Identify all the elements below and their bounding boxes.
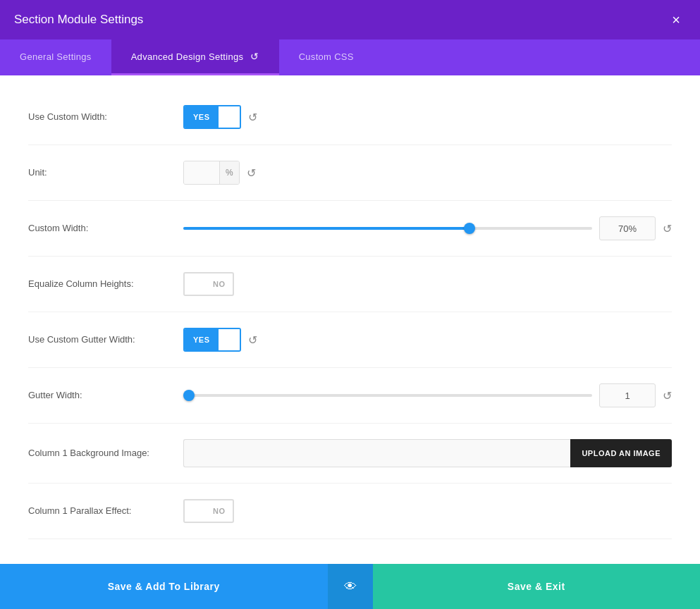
label-equalize-column-heights: Equalize Column Heights:: [28, 278, 183, 290]
toggle-no-box: [185, 273, 206, 295]
setting-column1-parallax: Column 1 Parallax Effect: NO: [28, 484, 672, 539]
tab-css[interactable]: Custom CSS: [279, 39, 374, 75]
custom-width-value[interactable]: [599, 216, 656, 240]
label-column1-parallax: Column 1 Parallax Effect:: [28, 505, 183, 517]
reset-custom-width[interactable]: ↺: [663, 222, 672, 235]
upload-image-button[interactable]: UPLOAD AN IMAGE: [570, 439, 672, 467]
slider-custom-width-thumb[interactable]: [464, 223, 475, 234]
control-custom-width: ↺: [183, 216, 672, 240]
reset-gutter-width[interactable]: ↺: [663, 389, 672, 402]
gutter-width-value[interactable]: [599, 383, 656, 407]
unit-field: %: [183, 161, 240, 185]
toggle-no-label: NO: [206, 273, 233, 295]
control-column1-parallax: NO: [183, 499, 672, 523]
slider-custom-width-track[interactable]: [183, 227, 592, 230]
toggle-gutter-yes-box: [219, 329, 240, 350]
save-add-to-library-button[interactable]: Save & Add To Library: [0, 564, 328, 609]
control-gutter-width: ↺: [183, 383, 672, 407]
control-unit: % ↺: [183, 161, 672, 185]
tab-advanced-label: Advanced Design Settings: [131, 51, 244, 62]
control-use-custom-width: YES ↺: [183, 105, 672, 129]
close-button[interactable]: ×: [666, 10, 686, 30]
setting-use-custom-gutter-width: Use Custom Gutter Width: YES ↺: [28, 312, 672, 368]
slider-gutter-width-wrap: [183, 394, 592, 397]
image-path-input[interactable]: [183, 439, 570, 467]
label-use-custom-width: Use Custom Width:: [28, 111, 183, 123]
slider-custom-width-fill: [183, 227, 469, 230]
footer: Save & Add To Library 👁 Save & Exit: [0, 564, 700, 609]
reset-use-custom-gutter[interactable]: ↺: [248, 333, 257, 347]
label-unit: Unit:: [28, 166, 183, 179]
setting-gutter-width: Gutter Width: ↺: [28, 368, 672, 424]
save-exit-button[interactable]: Save & Exit: [373, 564, 701, 609]
reset-use-custom-width[interactable]: ↺: [248, 111, 257, 124]
eye-icon: 👁: [344, 579, 357, 594]
setting-column1-bg-image: Column 1 Background Image: UPLOAD AN IMA…: [28, 424, 672, 484]
tab-advanced-reset-icon[interactable]: ↺: [250, 51, 259, 62]
modal: Section Module Settings × General Settin…: [0, 0, 700, 609]
control-column1-bg-image: UPLOAD AN IMAGE: [183, 439, 672, 467]
unit-symbol: %: [219, 161, 239, 184]
tab-general-label: General Settings: [20, 51, 92, 62]
toggle-yes-label: YES: [185, 106, 219, 128]
toggle-use-custom-gutter[interactable]: YES: [183, 328, 241, 352]
label-use-custom-gutter-width: Use Custom Gutter Width:: [28, 333, 183, 346]
tab-bar: General Settings Advanced Design Setting…: [0, 39, 700, 75]
modal-title: Section Module Settings: [14, 13, 143, 27]
toggle-equalize[interactable]: NO: [183, 272, 234, 296]
toggle-parallax[interactable]: NO: [183, 499, 234, 523]
slider-gutter-width-track[interactable]: [183, 394, 592, 397]
image-input-wrap: UPLOAD AN IMAGE: [183, 439, 672, 467]
slider-custom-width-wrap: [183, 227, 592, 230]
preview-button[interactable]: 👁: [328, 564, 373, 609]
label-custom-width: Custom Width:: [28, 222, 183, 235]
unit-input[interactable]: [184, 161, 219, 184]
label-gutter-width: Gutter Width:: [28, 389, 183, 402]
toggle-use-custom-width[interactable]: YES: [183, 105, 241, 129]
toggle-gutter-yes-label: YES: [185, 329, 219, 350]
tab-css-label: Custom CSS: [299, 51, 354, 62]
toggle-parallax-label: NO: [206, 500, 233, 522]
reset-unit[interactable]: ↺: [247, 166, 256, 180]
setting-use-custom-width: Use Custom Width: YES ↺: [28, 90, 672, 145]
setting-equalize-column-heights: Equalize Column Heights: NO: [28, 257, 672, 312]
toggle-parallax-box: [185, 500, 206, 522]
modal-header: Section Module Settings ×: [0, 0, 700, 39]
control-equalize-column-heights: NO: [183, 272, 672, 296]
settings-content: Use Custom Width: YES ↺ Unit: % ↺: [0, 75, 700, 564]
tab-advanced[interactable]: Advanced Design Settings ↺: [111, 39, 279, 75]
setting-custom-width: Custom Width: ↺: [28, 201, 672, 257]
label-column1-bg-image: Column 1 Background Image:: [28, 447, 183, 460]
toggle-yes-box: [219, 106, 240, 128]
setting-unit: Unit: % ↺: [28, 145, 672, 201]
tab-general[interactable]: General Settings: [0, 39, 111, 75]
control-use-custom-gutter-width: YES ↺: [183, 328, 672, 352]
slider-gutter-width-thumb[interactable]: [183, 390, 195, 401]
